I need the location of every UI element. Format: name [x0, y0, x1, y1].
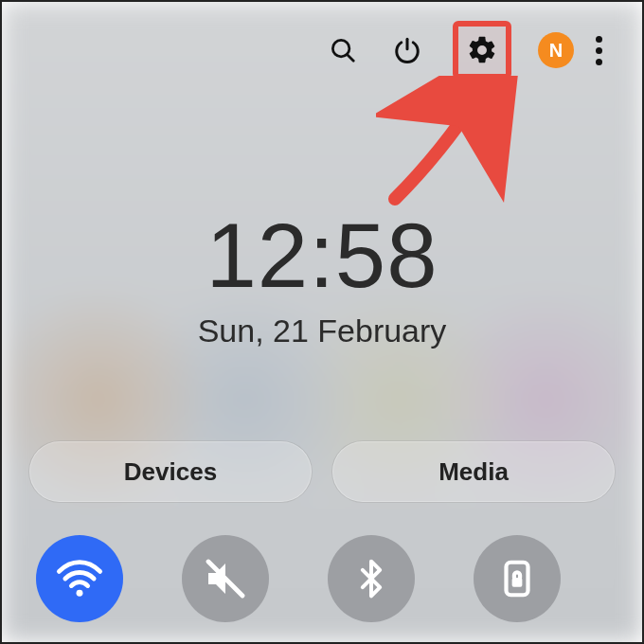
profile-avatar[interactable]: N — [538, 32, 574, 68]
devices-button[interactable]: Devices — [28, 440, 313, 503]
search-button[interactable] — [324, 31, 362, 69]
kebab-dot-icon — [596, 59, 602, 65]
more-options-button[interactable] — [587, 36, 610, 65]
mute-icon — [203, 556, 248, 601]
rotation-lock-toggle[interactable] — [474, 535, 561, 622]
rotation-lock-icon — [495, 557, 539, 600]
media-label: Media — [438, 457, 509, 487]
devices-label: Devices — [124, 457, 217, 487]
media-button[interactable]: Media — [331, 440, 616, 503]
output-switcher-row: Devices Media — [28, 440, 616, 503]
bluetooth-icon — [350, 558, 392, 599]
clock-widget: 12:58 Sun, 21 February — [28, 210, 616, 349]
settings-button[interactable] — [458, 27, 506, 74]
quick-toggles-row — [28, 535, 616, 622]
svg-line-1 — [348, 55, 354, 62]
avatar-initial: N — [549, 40, 563, 62]
settings-button-highlight — [453, 21, 511, 80]
kebab-dot-icon — [596, 47, 602, 54]
power-button[interactable] — [388, 31, 426, 69]
mute-toggle[interactable] — [182, 535, 269, 622]
wifi-icon — [55, 554, 104, 603]
quick-settings-topbar: N — [28, 21, 616, 80]
quick-settings-panel: N 12:58 Sun, 21 February Devices Media — [2, 2, 642, 642]
clock-date: Sun, 21 February — [198, 313, 447, 349]
wifi-toggle[interactable] — [36, 535, 123, 622]
svg-point-3 — [77, 590, 83, 597]
clock-time: 12:58 — [206, 210, 438, 301]
bluetooth-toggle[interactable] — [328, 535, 415, 622]
kebab-dot-icon — [596, 36, 602, 43]
gear-icon — [466, 34, 498, 66]
power-icon — [393, 36, 421, 64]
search-icon — [329, 36, 357, 64]
